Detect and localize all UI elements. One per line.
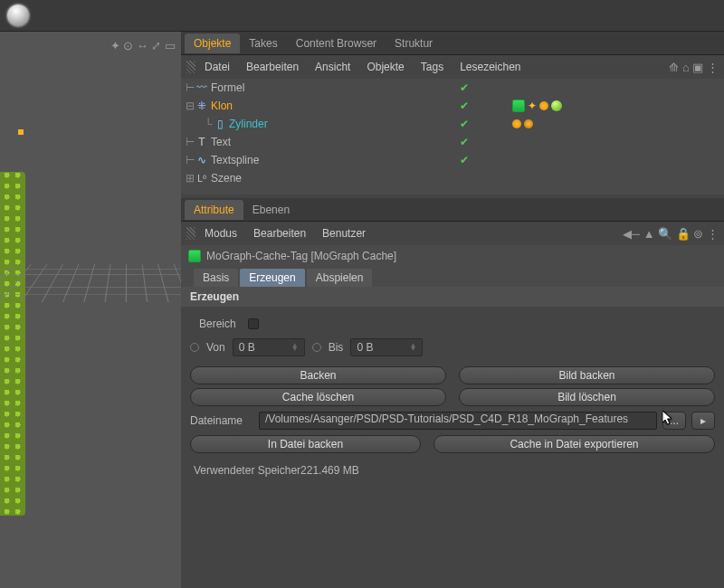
mograph-cache-icon <box>188 250 201 262</box>
tree-label: Textspline <box>211 154 259 166</box>
tree-item-formel[interactable]: ⊢〰 Formel ✔ <box>181 79 724 97</box>
visibility-dots[interactable]: ✔ <box>460 136 469 148</box>
gizmo-handle[interactable] <box>18 129 24 135</box>
tree-label: Szene <box>211 172 242 185</box>
cloned-cylinders <box>0 172 25 516</box>
grip-icon <box>186 227 195 240</box>
button-path-arrow[interactable]: ▸ <box>691 412 715 430</box>
object-tree[interactable]: ⊢〰 Formel ✔ ⊟⁜ Klon ✔ ✦ └▯ Zylinder ✔ <box>181 79 724 194</box>
tab-content-browser[interactable]: Content Browser <box>287 33 386 53</box>
grip-icon <box>186 61 195 73</box>
visibility-dots[interactable]: ✔ <box>460 81 469 94</box>
cloner-icon: ⁜ <box>195 100 208 112</box>
tag-icon[interactable]: ✦ <box>528 100 537 112</box>
button-bild-loeschen[interactable]: Bild löschen <box>459 388 715 406</box>
ground-grid <box>0 264 181 302</box>
null-icon: L⁰ <box>195 172 208 185</box>
tree-label: Zylinder <box>229 118 268 130</box>
button-in-datei-backen[interactable]: In Datei backen <box>190 435 421 453</box>
tree-label: Formel <box>211 81 244 94</box>
light-icon[interactable] <box>7 5 29 26</box>
label-bereich: Bereich <box>190 318 241 330</box>
attr-nav-icons[interactable]: ◀─ ▲ 🔍 🔒 ⊚ ⋮ <box>623 227 719 241</box>
tree-label: Klon <box>211 100 233 112</box>
button-cache-loeschen[interactable]: Cache löschen <box>190 388 446 406</box>
input-dateiname[interactable]: /Volumes/Asanger/PSD/PSD-Tutorials/PSD_C… <box>259 412 657 430</box>
subtab-basis[interactable]: Basis <box>194 269 238 287</box>
menu-lesezeichen[interactable]: Lesezeichen <box>452 58 528 76</box>
checkbox-bereich[interactable] <box>248 318 259 329</box>
menu-modus[interactable]: Modus <box>197 224 244 242</box>
memory-usage: Verwendeter Speicher221.469 MB <box>181 455 724 486</box>
viewport-3d[interactable]: ✦ ⊙ ↔ ⤢ ▭ <box>0 32 181 588</box>
subtab-abspielen[interactable]: Abspielen <box>307 269 373 287</box>
mograph-cache-tag-icon[interactable] <box>512 100 525 112</box>
visibility-dots[interactable]: ✔ <box>460 154 469 166</box>
button-bild-backen[interactable]: Bild backen <box>459 366 715 384</box>
button-browse[interactable]: ... <box>662 412 686 430</box>
radio-von[interactable] <box>190 343 199 352</box>
input-von[interactable]: 0 B▲▼ <box>233 338 305 356</box>
viewport-icons: ✦ ⊙ ↔ ⤢ ▭ <box>110 39 176 52</box>
button-cache-export[interactable]: Cache in Datei exportieren <box>433 435 715 453</box>
label-dateiname: Dateiname <box>190 414 253 427</box>
tree-label: Text <box>211 136 231 148</box>
menu-benutzer[interactable]: Benutzer <box>315 224 373 242</box>
tab-attribute[interactable]: Attribute <box>185 200 243 220</box>
tag-icon[interactable] <box>539 101 548 110</box>
formula-icon: 〰 <box>195 81 208 94</box>
object-title-text: MoGraph-Cache-Tag [MoGraph Cache] <box>206 250 396 262</box>
cylinder-icon: ▯ <box>214 118 226 130</box>
tree-item-klon[interactable]: ⊟⁜ Klon ✔ ✦ <box>181 97 724 115</box>
visibility-dots[interactable]: ✔ <box>460 100 469 112</box>
section-header: Erzeugen <box>181 287 724 307</box>
tab-takes[interactable]: Takes <box>240 33 286 53</box>
tree-item-text[interactable]: ⊢T Text ✔ <box>181 133 724 151</box>
input-bis[interactable]: 0 B▲▼ <box>350 338 423 356</box>
tag-icon[interactable] <box>512 119 521 128</box>
menu-bearbeiten-attr[interactable]: Bearbeiten <box>246 224 313 242</box>
spline-icon: ∿ <box>195 154 208 166</box>
menu-tags[interactable]: Tags <box>414 58 451 76</box>
object-title: MoGraph-Cache-Tag [MoGraph Cache] <box>181 245 724 267</box>
text-icon: T <box>195 136 208 148</box>
om-toolbar-icons[interactable]: ⟰ ⌂ ▣ ⋮ <box>669 61 719 74</box>
button-backen[interactable]: Backen <box>190 366 446 384</box>
menu-ansicht[interactable]: Ansicht <box>308 58 357 76</box>
radio-bis[interactable] <box>312 343 321 352</box>
material-tag-icon[interactable] <box>551 100 562 111</box>
tree-item-zylinder[interactable]: └▯ Zylinder ✔ <box>181 115 724 133</box>
tag-icon[interactable] <box>524 119 533 128</box>
label-bis: Bis <box>329 341 344 354</box>
tree-item-szene[interactable]: ⊞L⁰ Szene <box>181 169 724 187</box>
label-von: Von <box>206 341 225 354</box>
menu-objekte[interactable]: Objekte <box>359 58 411 76</box>
tree-item-textspline[interactable]: ⊢∿ Textspline ✔ <box>181 151 724 169</box>
subtab-erzeugen[interactable]: Erzeugen <box>240 269 304 287</box>
menu-bearbeiten[interactable]: Bearbeiten <box>239 58 306 76</box>
tab-struktur[interactable]: Struktur <box>386 33 442 53</box>
tab-objekte[interactable]: Objekte <box>185 33 240 53</box>
menu-datei[interactable]: Datei <box>197 58 237 76</box>
tab-ebenen[interactable]: Ebenen <box>243 200 299 220</box>
visibility-dots[interactable]: ✔ <box>460 118 469 130</box>
